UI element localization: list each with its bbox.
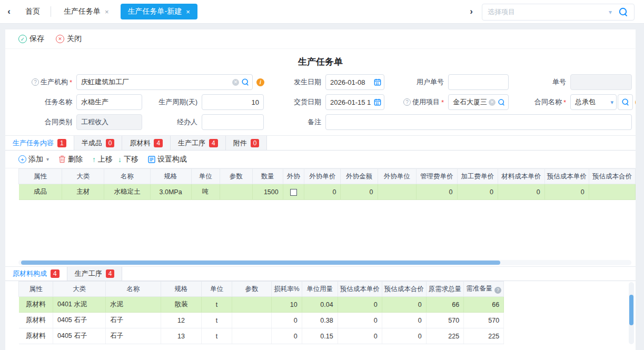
cycle-days-input[interactable] bbox=[202, 94, 264, 110]
help-icon[interactable]: ? bbox=[32, 78, 39, 86]
tab-production-task-new[interactable]: 生产任务单-新建 × bbox=[121, 4, 197, 19]
column-header: 属性 bbox=[19, 169, 62, 184]
tabs-scroll-left-icon[interactable]: ‹ bbox=[0, 6, 18, 17]
column-header: 参数 bbox=[220, 169, 252, 184]
remark-input[interactable] bbox=[325, 114, 632, 130]
close-button[interactable]: ✕ 关闭 bbox=[56, 34, 82, 44]
table-cell: 0 bbox=[272, 313, 302, 328]
document-toolbar: ✓ 保存 ✕ 关闭 bbox=[5, 29, 636, 49]
table-cell: 570 bbox=[426, 313, 464, 328]
chevron-down-icon[interactable]: ▾ bbox=[46, 156, 49, 162]
table-cell: 石子 bbox=[106, 313, 161, 328]
close-icon[interactable]: × bbox=[105, 8, 109, 16]
info-icon[interactable]: i bbox=[256, 78, 264, 86]
add-button[interactable]: + 添加 ▾ bbox=[18, 155, 49, 164]
tab-label: 生产工序 bbox=[178, 138, 205, 148]
column-header: 预估成本合价 bbox=[589, 169, 635, 184]
close-icon[interactable]: × bbox=[186, 8, 190, 16]
search-icon[interactable] bbox=[618, 7, 629, 17]
calendar-icon[interactable] bbox=[374, 98, 381, 106]
search-icon[interactable] bbox=[241, 78, 250, 86]
set-composition-button[interactable]: 设置构成 bbox=[148, 155, 187, 164]
clear-icon[interactable]: ✕ bbox=[232, 79, 239, 86]
table-cell: 225 bbox=[464, 328, 504, 344]
count-badge: 4 bbox=[154, 139, 163, 147]
user-no-label: 用户单号 bbox=[408, 77, 444, 87]
user-no-input[interactable] bbox=[448, 74, 509, 90]
count-badge: 0 bbox=[106, 139, 115, 147]
agent-label: 经办人 bbox=[147, 117, 197, 127]
tabs-scroll-right-icon[interactable]: › bbox=[462, 6, 480, 17]
move-down-button[interactable]: ↓ 下移 bbox=[118, 155, 138, 164]
table-row[interactable]: 原材料0405 石子石子12t00.3800570570 bbox=[19, 313, 504, 328]
column-header: 外协单价 bbox=[304, 169, 340, 184]
table-cell: 水泥 bbox=[106, 297, 161, 313]
tab-production-task-list[interactable]: 生产任务单 × bbox=[56, 4, 116, 19]
info-icon[interactable]: i bbox=[635, 98, 636, 106]
table-cell bbox=[232, 313, 272, 328]
tab-附件[interactable]: 附件0 bbox=[226, 136, 267, 150]
table-cell: 570 bbox=[464, 313, 504, 328]
save-button[interactable]: ✓ 保存 bbox=[18, 34, 44, 44]
calendar-icon[interactable] bbox=[374, 78, 381, 86]
outsource-checkbox[interactable] bbox=[290, 189, 297, 196]
tab-生产工序[interactable]: 生产工序4 bbox=[171, 136, 226, 150]
vertical-scrollbar[interactable] bbox=[629, 282, 634, 344]
table-cell: 原材料 bbox=[19, 313, 53, 328]
column-header: 原需求总量 bbox=[426, 282, 464, 297]
column-header: 外协 bbox=[283, 169, 304, 184]
search-icon[interactable] bbox=[498, 98, 506, 106]
chevron-down-icon[interactable]: ▾ bbox=[610, 99, 613, 106]
remark-label: 备注 bbox=[284, 117, 321, 127]
tab-生产工序[interactable]: 生产工序4 bbox=[67, 267, 123, 281]
x-circle-icon: ✕ bbox=[56, 35, 64, 43]
help-icon[interactable]: ? bbox=[494, 287, 501, 294]
contract-name-select[interactable] bbox=[570, 94, 617, 110]
table-cell: 0401 水泥 bbox=[53, 297, 106, 313]
document-list-icon bbox=[148, 156, 155, 163]
table-row[interactable]: 原材料0401 水泥水泥散装t100.04006666 bbox=[19, 297, 504, 313]
tab-label: 生产任务内容 bbox=[13, 138, 54, 148]
table-row[interactable]: 原材料0405 石子石子13t00.1500225225 bbox=[19, 328, 504, 344]
tab-原材料[interactable]: 原材料4 bbox=[122, 136, 171, 150]
home-tab[interactable]: 首页 bbox=[18, 7, 47, 16]
project-select-placeholder: 选择项目 bbox=[488, 7, 609, 17]
table-cell: 原材料 bbox=[19, 297, 53, 313]
arrow-up-icon: ↑ bbox=[92, 155, 96, 164]
clear-icon[interactable]: ✕ bbox=[489, 99, 496, 106]
chevron-down-icon[interactable]: ▾ bbox=[609, 8, 612, 16]
table-cell bbox=[232, 328, 272, 344]
tab-label: 生产任务单 bbox=[64, 7, 101, 16]
column-header: 名称 bbox=[106, 282, 161, 297]
agent-input[interactable] bbox=[202, 114, 264, 130]
contract-type-label: 合同类别 bbox=[13, 117, 72, 127]
table-row[interactable]: 成品主材水稳定土3.0MPa吨1500000000 bbox=[19, 184, 636, 200]
scrollbar-thumb[interactable] bbox=[21, 261, 500, 265]
tab-label: 原材料构成 bbox=[13, 269, 47, 278]
contract-search-button[interactable] bbox=[618, 94, 633, 110]
table-cell: 原材料 bbox=[19, 328, 53, 344]
column-header: 单位用量 bbox=[302, 282, 338, 297]
tab-生产任务内容[interactable]: 生产任务内容1 bbox=[5, 136, 74, 150]
scrollbar-thumb[interactable] bbox=[629, 295, 633, 325]
delete-button[interactable]: 删除 bbox=[58, 155, 83, 164]
table-cell: 0 bbox=[382, 313, 426, 328]
tab-原材料构成[interactable]: 原材料构成4 bbox=[5, 267, 67, 281]
main-grid-area: 属性大类名称规格单位参数数量外协外协单价外协金额外协单位管理费单价加工费单价材料… bbox=[5, 168, 636, 260]
project-select-input[interactable]: 选择项目 ▾ bbox=[482, 4, 635, 21]
org-input[interactable] bbox=[76, 74, 253, 90]
help-icon[interactable]: ? bbox=[403, 98, 411, 106]
table-cell bbox=[378, 184, 417, 200]
tab-label: 原材料 bbox=[130, 138, 150, 148]
tab-半成品[interactable]: 半成品0 bbox=[74, 136, 123, 150]
horizontal-scrollbar[interactable] bbox=[18, 260, 631, 265]
column-header: 外协单位 bbox=[378, 169, 417, 184]
move-up-button[interactable]: ↑ 上移 bbox=[92, 155, 113, 164]
task-name-input[interactable] bbox=[76, 94, 142, 110]
trash-icon bbox=[58, 155, 66, 163]
column-header: 数量 bbox=[252, 169, 283, 184]
column-header: 材料成本单价 bbox=[498, 169, 544, 184]
table-cell bbox=[232, 297, 272, 313]
table-cell: 散装 bbox=[161, 297, 202, 313]
table-cell: 13 bbox=[161, 328, 202, 344]
